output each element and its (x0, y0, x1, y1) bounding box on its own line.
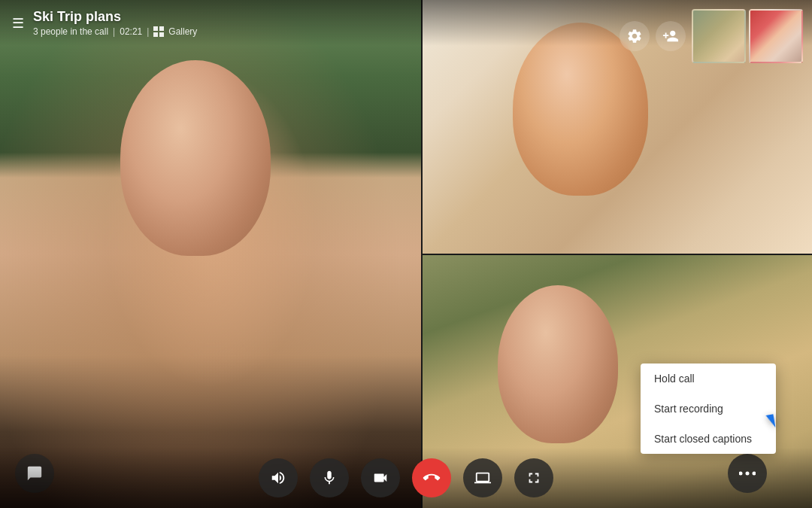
context-menu-captions[interactable]: Start closed captions (641, 424, 776, 454)
people-count: 3 people in the call (33, 26, 108, 37)
main-video-panel (0, 0, 421, 508)
settings-icon (626, 28, 643, 44)
screen-share-icon (474, 470, 491, 486)
screen-share-button[interactable] (463, 458, 502, 497)
more-options-button[interactable] (728, 454, 767, 493)
menu-icon[interactable]: ☰ (12, 17, 24, 30)
video-button[interactable] (361, 458, 400, 497)
svg-rect-2 (153, 32, 158, 37)
fullscreen-icon (526, 470, 542, 486)
add-person-button[interactable] (656, 21, 686, 51)
end-call-icon (420, 466, 443, 489)
video-icon (372, 470, 389, 486)
thumb-face-1 (693, 11, 744, 62)
bottom-right-controls (728, 454, 767, 493)
speaker-icon (270, 470, 286, 486)
avatar-thumb-2 (749, 9, 803, 63)
add-person-icon (662, 28, 679, 44)
avatar-thumb-1 (692, 9, 746, 63)
svg-point-6 (753, 472, 756, 476)
svg-rect-1 (159, 26, 164, 31)
top-right-controls (620, 9, 803, 63)
call-duration: 02:21 (120, 26, 142, 37)
cursor-arrow (766, 414, 776, 428)
avatar-strip (692, 9, 803, 63)
thumb-face-2 (750, 11, 801, 62)
fullscreen-button[interactable] (514, 458, 553, 497)
gallery-icon (153, 26, 164, 37)
mic-icon (321, 470, 338, 486)
main-face (120, 60, 271, 256)
mute-button[interactable] (310, 458, 349, 497)
context-menu-hold[interactable]: Hold call (641, 364, 776, 394)
context-menu: Hold call Start recording Start closed c… (641, 364, 776, 454)
view-mode: Gallery (168, 26, 197, 37)
svg-rect-0 (153, 26, 158, 31)
svg-point-4 (739, 472, 743, 476)
svg-point-5 (746, 472, 750, 476)
cursor-indicator (767, 415, 788, 436)
settings-button[interactable] (620, 21, 650, 51)
svg-rect-3 (159, 32, 164, 37)
speaker-button[interactable] (259, 458, 298, 497)
end-call-button[interactable] (412, 458, 451, 497)
separator2: | (147, 26, 149, 37)
more-icon (739, 471, 756, 476)
bottom-right-face (498, 285, 618, 443)
context-menu-record[interactable]: Start recording (641, 394, 776, 424)
bottom-bar (0, 448, 812, 508)
video-container: ☰ Ski Trip plans 3 people in the call | … (0, 0, 812, 508)
separator: | (113, 26, 115, 37)
